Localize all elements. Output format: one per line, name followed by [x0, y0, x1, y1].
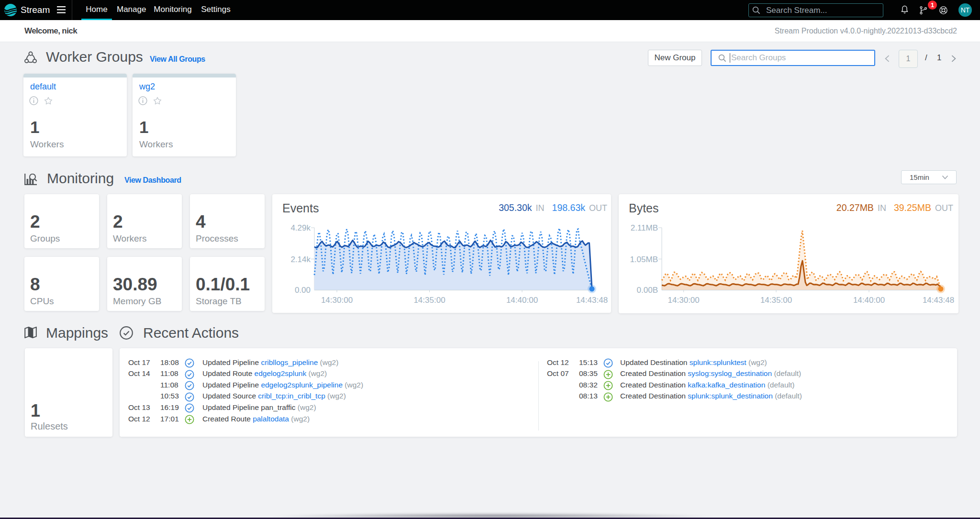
svg-text:14:30:00: 14:30:00 — [668, 296, 700, 305]
svg-text:14:43:48: 14:43:48 — [576, 296, 608, 305]
svg-text:4.29k: 4.29k — [290, 223, 311, 232]
svg-text:14:35:00: 14:35:00 — [413, 296, 445, 305]
svg-text:14:35:00: 14:35:00 — [760, 296, 792, 305]
svg-text:14:40:00: 14:40:00 — [506, 296, 538, 305]
svg-text:2.11MB: 2.11MB — [631, 223, 658, 232]
svg-text:1.05MB: 1.05MB — [630, 255, 658, 264]
svg-text:14:43:48: 14:43:48 — [923, 296, 954, 305]
svg-text:0.00B: 0.00B — [637, 286, 658, 295]
svg-text:0.00: 0.00 — [295, 286, 311, 295]
svg-text:14:40:00: 14:40:00 — [853, 296, 885, 305]
svg-text:14:30:00: 14:30:00 — [321, 296, 353, 305]
svg-text:2.14k: 2.14k — [290, 255, 311, 264]
